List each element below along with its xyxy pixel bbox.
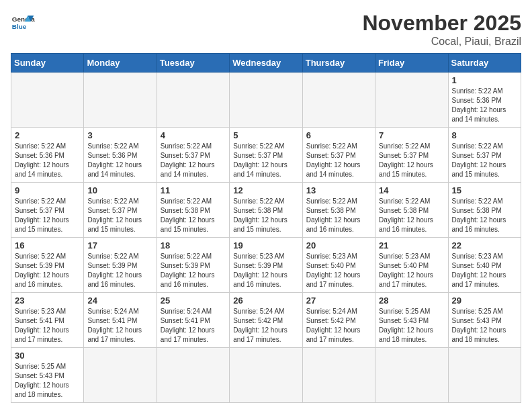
table-row bbox=[11, 73, 84, 128]
day-info: Sunrise: 5:22 AM Sunset: 5:37 PM Dayligh… bbox=[452, 142, 517, 179]
day-number: 4 bbox=[161, 130, 226, 140]
weekday-header-row: Sunday Monday Tuesday Wednesday Thursday… bbox=[11, 54, 521, 73]
calendar-row: 23Sunrise: 5:23 AM Sunset: 5:41 PM Dayli… bbox=[11, 293, 521, 348]
table-row: 22Sunrise: 5:23 AM Sunset: 5:40 PM Dayli… bbox=[448, 238, 521, 293]
day-info: Sunrise: 5:25 AM Sunset: 5:43 PM Dayligh… bbox=[452, 307, 517, 345]
page-header: General Blue November 2025 Cocal, Piaui,… bbox=[11, 11, 521, 48]
table-row: 1Sunrise: 5:22 AM Sunset: 5:36 PM Daylig… bbox=[448, 73, 521, 128]
header-tuesday: Tuesday bbox=[157, 54, 229, 73]
day-info: Sunrise: 5:22 AM Sunset: 5:37 PM Dayligh… bbox=[161, 142, 226, 179]
day-info: Sunrise: 5:24 AM Sunset: 5:42 PM Dayligh… bbox=[233, 307, 298, 345]
month-title: November 2025 bbox=[362, 11, 521, 36]
day-info: Sunrise: 5:23 AM Sunset: 5:40 PM Dayligh… bbox=[452, 252, 517, 289]
day-info: Sunrise: 5:22 AM Sunset: 5:37 PM Dayligh… bbox=[87, 197, 152, 234]
header-friday: Friday bbox=[375, 54, 448, 73]
day-info: Sunrise: 5:23 AM Sunset: 5:40 PM Dayligh… bbox=[306, 252, 371, 289]
table-row: 9Sunrise: 5:22 AM Sunset: 5:37 PM Daylig… bbox=[11, 183, 84, 238]
table-row: 21Sunrise: 5:23 AM Sunset: 5:40 PM Dayli… bbox=[375, 238, 448, 293]
table-row: 15Sunrise: 5:22 AM Sunset: 5:38 PM Dayli… bbox=[448, 183, 521, 238]
table-row: 7Sunrise: 5:22 AM Sunset: 5:37 PM Daylig… bbox=[375, 128, 448, 183]
table-row: 18Sunrise: 5:22 AM Sunset: 5:39 PM Dayli… bbox=[157, 238, 229, 293]
calendar-table: Sunday Monday Tuesday Wednesday Thursday… bbox=[11, 53, 521, 403]
day-number: 8 bbox=[452, 130, 517, 140]
day-number: 6 bbox=[306, 130, 371, 140]
day-info: Sunrise: 5:22 AM Sunset: 5:38 PM Dayligh… bbox=[233, 197, 298, 234]
day-info: Sunrise: 5:22 AM Sunset: 5:38 PM Dayligh… bbox=[306, 197, 371, 234]
calendar-row: 1Sunrise: 5:22 AM Sunset: 5:36 PM Daylig… bbox=[11, 73, 521, 128]
location-title: Cocal, Piaui, Brazil bbox=[362, 36, 521, 48]
day-info: Sunrise: 5:22 AM Sunset: 5:37 PM Dayligh… bbox=[233, 142, 298, 179]
table-row: 29Sunrise: 5:25 AM Sunset: 5:43 PM Dayli… bbox=[448, 293, 521, 348]
day-info: Sunrise: 5:22 AM Sunset: 5:38 PM Dayligh… bbox=[379, 197, 444, 234]
day-number: 10 bbox=[87, 185, 152, 195]
table-row: 23Sunrise: 5:23 AM Sunset: 5:41 PM Dayli… bbox=[11, 293, 84, 348]
table-row: 30Sunrise: 5:25 AM Sunset: 5:43 PM Dayli… bbox=[11, 348, 84, 403]
day-info: Sunrise: 5:22 AM Sunset: 5:36 PM Dayligh… bbox=[87, 142, 152, 179]
day-number: 27 bbox=[306, 295, 371, 306]
day-info: Sunrise: 5:23 AM Sunset: 5:41 PM Dayligh… bbox=[15, 307, 80, 345]
day-number: 5 bbox=[233, 130, 298, 140]
day-info: Sunrise: 5:24 AM Sunset: 5:41 PM Dayligh… bbox=[87, 307, 152, 345]
day-number: 23 bbox=[15, 295, 80, 306]
day-info: Sunrise: 5:24 AM Sunset: 5:41 PM Dayligh… bbox=[161, 307, 226, 345]
table-row: 3Sunrise: 5:22 AM Sunset: 5:36 PM Daylig… bbox=[84, 128, 157, 183]
table-row bbox=[375, 73, 448, 128]
table-row: 4Sunrise: 5:22 AM Sunset: 5:37 PM Daylig… bbox=[157, 128, 229, 183]
day-info: Sunrise: 5:22 AM Sunset: 5:36 PM Dayligh… bbox=[452, 87, 517, 124]
table-row: 11Sunrise: 5:22 AM Sunset: 5:38 PM Dayli… bbox=[157, 183, 229, 238]
table-row: 14Sunrise: 5:22 AM Sunset: 5:38 PM Dayli… bbox=[375, 183, 448, 238]
table-row bbox=[230, 73, 302, 128]
table-row: 25Sunrise: 5:24 AM Sunset: 5:41 PM Dayli… bbox=[157, 293, 229, 348]
day-number: 18 bbox=[161, 240, 226, 250]
table-row bbox=[302, 348, 375, 403]
day-info: Sunrise: 5:24 AM Sunset: 5:42 PM Dayligh… bbox=[306, 307, 371, 345]
day-number: 14 bbox=[379, 185, 444, 195]
table-row: 2Sunrise: 5:22 AM Sunset: 5:36 PM Daylig… bbox=[11, 128, 84, 183]
header-sunday: Sunday bbox=[11, 54, 84, 73]
day-number: 22 bbox=[452, 240, 517, 250]
table-row bbox=[157, 348, 229, 403]
day-number: 9 bbox=[15, 185, 80, 195]
table-row: 16Sunrise: 5:22 AM Sunset: 5:39 PM Dayli… bbox=[11, 238, 84, 293]
day-number: 3 bbox=[87, 130, 152, 140]
day-number: 2 bbox=[15, 130, 80, 140]
day-info: Sunrise: 5:22 AM Sunset: 5:37 PM Dayligh… bbox=[379, 142, 444, 179]
day-number: 13 bbox=[306, 185, 371, 195]
day-number: 30 bbox=[15, 351, 80, 361]
table-row: 6Sunrise: 5:22 AM Sunset: 5:37 PM Daylig… bbox=[302, 128, 375, 183]
calendar-row: 16Sunrise: 5:22 AM Sunset: 5:39 PM Dayli… bbox=[11, 238, 521, 293]
table-row: 10Sunrise: 5:22 AM Sunset: 5:37 PM Dayli… bbox=[84, 183, 157, 238]
table-row: 8Sunrise: 5:22 AM Sunset: 5:37 PM Daylig… bbox=[448, 128, 521, 183]
day-info: Sunrise: 5:25 AM Sunset: 5:43 PM Dayligh… bbox=[379, 307, 444, 345]
calendar-row: 2Sunrise: 5:22 AM Sunset: 5:36 PM Daylig… bbox=[11, 128, 521, 183]
table-row: 13Sunrise: 5:22 AM Sunset: 5:38 PM Dayli… bbox=[302, 183, 375, 238]
day-number: 20 bbox=[306, 240, 371, 250]
day-number: 1 bbox=[452, 75, 517, 85]
header-monday: Monday bbox=[84, 54, 157, 73]
header-thursday: Thursday bbox=[302, 54, 375, 73]
day-number: 7 bbox=[379, 130, 444, 140]
day-info: Sunrise: 5:25 AM Sunset: 5:43 PM Dayligh… bbox=[15, 362, 80, 400]
table-row bbox=[230, 348, 302, 403]
title-block: November 2025 Cocal, Piaui, Brazil bbox=[362, 11, 521, 48]
table-row: 12Sunrise: 5:22 AM Sunset: 5:38 PM Dayli… bbox=[230, 183, 302, 238]
table-row bbox=[448, 348, 521, 403]
logo: General Blue bbox=[11, 11, 35, 35]
table-row bbox=[84, 73, 157, 128]
day-info: Sunrise: 5:22 AM Sunset: 5:38 PM Dayligh… bbox=[452, 197, 517, 234]
table-row bbox=[157, 73, 229, 128]
table-row: 17Sunrise: 5:22 AM Sunset: 5:39 PM Dayli… bbox=[84, 238, 157, 293]
day-number: 26 bbox=[233, 295, 298, 306]
day-info: Sunrise: 5:22 AM Sunset: 5:39 PM Dayligh… bbox=[15, 252, 80, 289]
day-number: 19 bbox=[233, 240, 298, 250]
header-wednesday: Wednesday bbox=[230, 54, 302, 73]
table-row: 19Sunrise: 5:23 AM Sunset: 5:39 PM Dayli… bbox=[230, 238, 302, 293]
calendar-row: 9Sunrise: 5:22 AM Sunset: 5:37 PM Daylig… bbox=[11, 183, 521, 238]
day-info: Sunrise: 5:22 AM Sunset: 5:37 PM Dayligh… bbox=[306, 142, 371, 179]
calendar-row: 30Sunrise: 5:25 AM Sunset: 5:43 PM Dayli… bbox=[11, 348, 521, 403]
table-row: 20Sunrise: 5:23 AM Sunset: 5:40 PM Dayli… bbox=[302, 238, 375, 293]
day-number: 17 bbox=[87, 240, 152, 250]
table-row bbox=[84, 348, 157, 403]
day-number: 28 bbox=[379, 295, 444, 306]
day-number: 12 bbox=[233, 185, 298, 195]
